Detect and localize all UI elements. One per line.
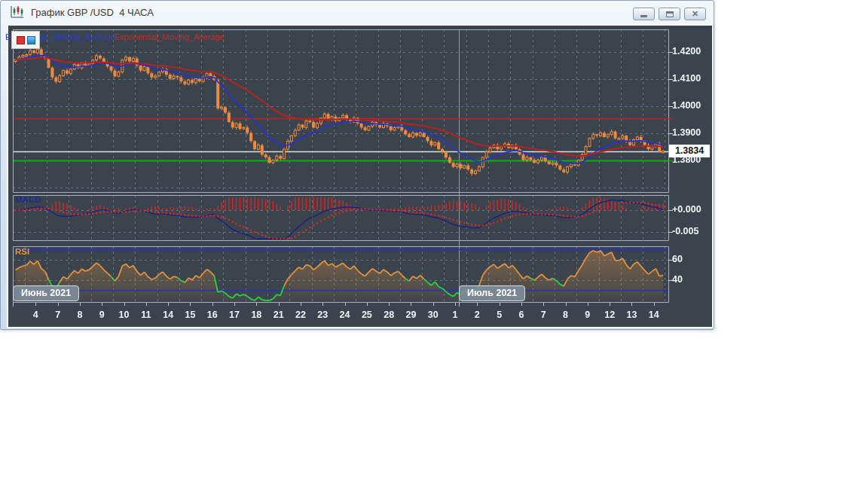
time-axis-day-label: 8 [555,310,576,320]
time-axis-day-label: 5 [489,310,510,320]
time-axis-day-label: 4 [25,310,46,320]
maximize-icon [666,11,674,17]
chart-window: График GBP /USD 4 ЧАСА ✕ Exponential_Mov… [0,0,714,330]
time-axis-day-label: 23 [312,310,333,320]
time-axis-day-label: 12 [599,310,620,320]
time-axis-day-label: 8 [69,310,90,320]
price-axis-label: 1.4200 [672,46,711,56]
candlestick-chart-icon [10,5,25,19]
time-axis-day-label: 17 [224,310,245,320]
price-axis-label: 1.3900 [672,127,711,138]
time-axis-day-label: 6 [511,310,532,320]
time-axis-day-label: 9 [577,310,598,320]
price-axis-label: 1.4000 [672,100,711,111]
time-axis-day-label: 7 [47,310,69,320]
close-button[interactable]: ✕ [684,8,706,20]
time-axis-day-label: 22 [290,310,311,320]
time-axis-day-label: 1 [445,310,466,320]
time-axis-day-label: 25 [356,310,377,320]
price-axis-label: 1.4100 [672,73,711,84]
time-axis-day-label: 15 [179,310,200,320]
minimize-button[interactable] [633,8,655,20]
time-axis-day-label: 14 [643,310,665,320]
time-axis-day-label: 30 [423,310,444,320]
window-controls: ✕ [633,8,706,20]
maximize-button[interactable] [659,8,680,20]
time-axis-day-label: 18 [246,310,267,320]
rsi-axis-label: 40 [672,274,711,285]
chart-surface[interactable] [7,24,714,328]
time-axis-day-label: 29 [400,310,421,320]
time-axis-day-label: 2 [466,310,487,320]
macd-axis-label: -0.005 [672,226,711,236]
time-axis-day-label: 24 [335,310,356,320]
month-badge: Июль 2021 [459,285,525,301]
close-icon: ✕ [692,10,698,18]
window-title: График GBP /USD 4 ЧАСА [31,7,154,18]
month-badge: Июнь 2021 [13,285,79,301]
rsi-panel-title: RSI [15,247,29,256]
time-axis-day-label: 7 [533,310,554,320]
time-axis-day-label: 11 [136,310,157,320]
time-axis-day-label: 28 [378,310,399,320]
desktop: График GBP /USD 4 ЧАСА ✕ Exponential_Mov… [0,0,868,488]
time-axis-day-label: 14 [157,310,179,320]
macd-axis-label: +0.000 [672,204,711,215]
current-price-badge: 1.3834 [669,145,710,157]
time-axis-day-label: 9 [91,310,112,320]
rsi-axis-label: 60 [672,254,711,264]
time-axis-day-label: 13 [621,310,642,320]
time-axis-day-label: 21 [268,310,289,320]
time-axis-day-label: 10 [114,310,135,320]
title-bar[interactable]: График GBP /USD 4 ЧАСА ✕ [1,1,714,23]
minimize-icon [640,15,647,17]
blue-series-swatch-icon [27,36,35,44]
ema-slow-series-label: Exponential_Moving_Average [115,32,225,41]
time-axis-day-label: 16 [202,310,223,320]
red-series-swatch-icon [17,36,25,44]
macd-panel-title: MACD [15,195,41,204]
legend-chip[interactable] [11,31,40,49]
